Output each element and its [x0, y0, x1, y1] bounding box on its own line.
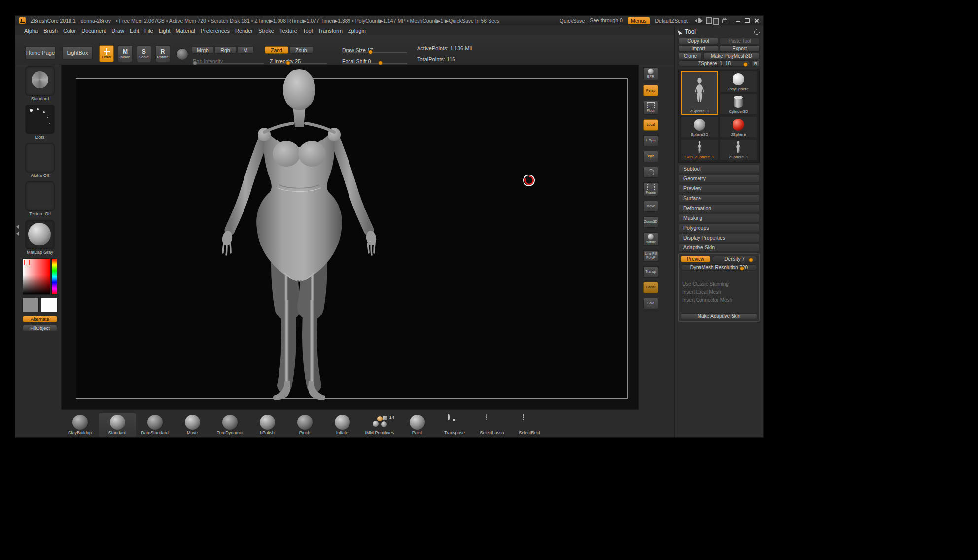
tray-brush-paint[interactable]: Paint	[398, 413, 436, 437]
tray-brush-imm-primitives[interactable]: 14 IMM Primitives	[361, 413, 398, 437]
menu-file[interactable]: File	[144, 28, 153, 34]
menu-texture[interactable]: Texture	[279, 28, 297, 34]
persp-button[interactable]: Persp	[643, 85, 658, 96]
tool-section-geometry[interactable]: Geometry	[678, 175, 760, 183]
density-slider[interactable]: Density 7	[712, 256, 757, 262]
current-brush-item[interactable]: Standard	[25, 66, 55, 102]
secondary-color-swatch[interactable]	[41, 298, 58, 312]
color-picker-hue[interactable]	[51, 258, 57, 295]
tool-thumb-zsphere1-copy[interactable]: ZSphere_1	[720, 139, 757, 160]
lsym-button[interactable]: L.Sym	[643, 135, 658, 146]
tray-brush-damstandard[interactable]: DamStandard	[136, 413, 174, 437]
frame-button[interactable]: Frame	[643, 182, 658, 196]
menu-transform[interactable]: Transform	[318, 28, 343, 34]
zadd-button[interactable]: Zadd	[265, 46, 288, 54]
current-texture-item[interactable]: Texture Off	[25, 181, 55, 217]
r-button[interactable]: R	[752, 60, 760, 67]
bpr-button[interactable]: BPR	[643, 67, 658, 80]
adaptive-preview-button[interactable]: Preview	[681, 256, 710, 262]
tool-section-display-properties[interactable]: Display Properties	[678, 234, 760, 242]
viewport-canvas[interactable]	[61, 65, 639, 410]
rgb-button[interactable]: Rgb	[214, 46, 236, 54]
tray-brush-selectlasso[interactable]: SelectLasso	[473, 413, 511, 437]
m-button[interactable]: M	[237, 46, 254, 54]
rotate-view-button[interactable]: Rotate	[643, 232, 658, 245]
move-mode-button[interactable]: M Move	[118, 45, 133, 62]
tray-brush-claybuildup[interactable]: ClayBuildup	[61, 413, 99, 437]
focal-shift-slider[interactable]: Focal Shift 0	[342, 56, 407, 64]
spin-button[interactable]	[643, 167, 658, 178]
solo-button[interactable]: Solo	[643, 298, 658, 309]
menu-document[interactable]: Document	[81, 28, 106, 34]
move-view-button[interactable]: Move	[643, 201, 658, 212]
export-button[interactable]: Export	[720, 45, 760, 52]
tool-section-deformation[interactable]: Deformation	[678, 204, 760, 212]
mrgb-button[interactable]: Mrgb	[192, 46, 213, 54]
menu-draw[interactable]: Draw	[111, 28, 124, 34]
menu-render[interactable]: Render	[235, 28, 253, 34]
fill-object-button[interactable]: FillObject	[23, 325, 57, 331]
divider-handle-icon[interactable]	[695, 18, 703, 23]
zsub-button[interactable]: Zsub	[289, 46, 313, 54]
tray-brush-trimdynamic[interactable]: TrimDynamic	[211, 413, 248, 437]
current-material-item[interactable]: MatCap Gray	[25, 220, 55, 255]
rotate-mode-button[interactable]: R Rotate	[155, 45, 170, 62]
import-button[interactable]: Import	[678, 45, 718, 52]
tray-brush-inflate[interactable]: Inflate	[323, 413, 361, 437]
lock-icon[interactable]	[722, 19, 727, 23]
menu-edit[interactable]: Edit	[130, 28, 139, 34]
home-page-button[interactable]: Home Page	[25, 46, 56, 60]
alternate-button[interactable]: Alternate	[23, 316, 57, 322]
main-color-swatch[interactable]	[22, 298, 39, 312]
transp-button[interactable]: Transp	[643, 266, 658, 278]
menu-brush[interactable]: Brush	[43, 28, 58, 34]
ghost-button[interactable]: Ghost	[643, 282, 658, 293]
draw-mode-button[interactable]: Draw	[99, 45, 114, 62]
make-adaptive-skin-button[interactable]: Make Adaptive Skin	[681, 313, 757, 319]
menus-button[interactable]: Menus	[628, 17, 650, 24]
tool-item-slider[interactable]: ZSphere_1. 18	[678, 60, 750, 67]
zoom3d-button[interactable]: Zoom3D	[643, 216, 658, 228]
dynamesh-resolution-slider[interactable]: DynaMesh Resolution 720	[681, 264, 757, 271]
lightbox-button[interactable]: LightBox	[62, 46, 93, 60]
polyframe-button[interactable]: Line Fill PolyF	[643, 250, 658, 262]
current-stroke-item[interactable]: Dots	[25, 105, 55, 140]
tray-collapse-arrow[interactable]	[16, 225, 19, 236]
tray-brush-hpolish[interactable]: hPolish	[248, 413, 286, 437]
reset-panel-icon[interactable]	[753, 28, 761, 35]
make-polymesh3d-button[interactable]: Make PolyMesh3D	[703, 53, 760, 59]
see-through-slider[interactable]: See-through 0	[590, 17, 623, 24]
tool-section-subtool[interactable]: Subtool	[678, 165, 760, 173]
tray-brush-selectrect[interactable]: SelectRect	[511, 413, 548, 437]
tool-section-polygroups[interactable]: Polygroups	[678, 224, 760, 232]
z-intensity-slider[interactable]: Z Intensity 25	[270, 56, 327, 64]
tool-section-preview[interactable]: Preview	[678, 184, 760, 193]
tool-thumb-cylinder3d[interactable]: Cylinder3D	[720, 94, 757, 115]
floor-button[interactable]: Floor	[643, 101, 658, 114]
tool-thumb-zsphere1-selected[interactable]: ZSphere_1	[681, 71, 718, 115]
document-copy-icon[interactable]	[713, 18, 719, 25]
close-icon[interactable]	[754, 18, 759, 23]
tool-section-adaptive-skin[interactable]: Adaptive Skin	[678, 244, 760, 252]
tool-thumb-zsphere[interactable]: ZSphere	[720, 116, 757, 138]
menu-material[interactable]: Material	[176, 28, 195, 34]
menu-preferences[interactable]: Preferences	[201, 28, 230, 34]
menu-light[interactable]: Light	[159, 28, 171, 34]
menu-stroke[interactable]: Stroke	[258, 28, 274, 34]
tool-thumb-polysphere[interactable]: PolySphere	[720, 71, 757, 92]
tool-section-masking[interactable]: Masking	[678, 214, 760, 222]
menu-zplugin[interactable]: Zplugin	[348, 28, 366, 34]
tray-brush-pinch[interactable]: Pinch	[286, 413, 323, 437]
current-alpha-item[interactable]: Alpha Off	[25, 143, 55, 178]
tool-thumb-skin-zsphere1[interactable]: Skin_ZSphere_1	[681, 139, 718, 160]
copy-tool-button[interactable]: Copy Tool	[678, 38, 718, 44]
tray-brush-transpose[interactable]: Transpose	[436, 413, 473, 437]
document-icon[interactable]	[706, 17, 712, 24]
minimize-icon[interactable]	[736, 21, 740, 22]
scale-mode-button[interactable]: S Scale	[137, 45, 151, 62]
tray-brush-move[interactable]: Move	[174, 413, 211, 437]
menu-alpha[interactable]: Alpha	[24, 28, 38, 34]
color-picker-sv[interactable]	[23, 258, 50, 295]
default-zscript-button[interactable]: DefaultZScript	[655, 18, 688, 24]
draw-size-slider[interactable]: Draw Size 17	[342, 45, 407, 53]
